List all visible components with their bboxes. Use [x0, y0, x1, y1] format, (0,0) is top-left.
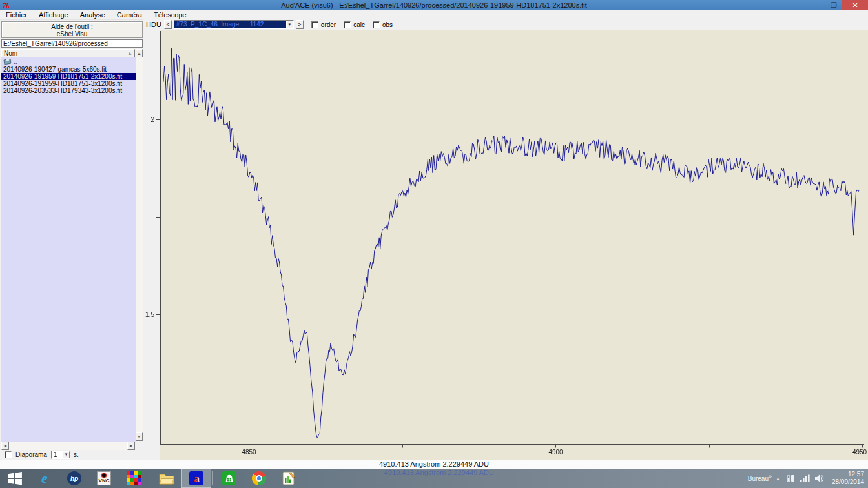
column-header-nom[interactable]: Nom ▲	[1, 49, 135, 57]
desktop-toolbar-label[interactable]: Bureau	[748, 475, 769, 482]
ghost-status-text: 4910.413 Angstrom 2.229449 ADU	[310, 469, 568, 476]
order-checkbox-label: order	[321, 21, 336, 28]
scroll-right-button[interactable]: ►	[127, 442, 135, 450]
hdu-prev-button[interactable]: <	[164, 20, 172, 29]
volume-icon[interactable]	[815, 474, 824, 482]
file-item[interactable]: 20140926-191959-HD181751-3x1200s.fit	[1, 80, 136, 87]
taskbar-clock[interactable]: 12:57 28/09/2014	[832, 471, 864, 486]
vertical-scrollbar-track[interactable]	[136, 57, 143, 432]
diaporama-delay-select[interactable]: 1 ▼	[51, 451, 70, 459]
start-button[interactable]	[0, 469, 30, 488]
close-button[interactable]: ✕	[842, 0, 868, 10]
obs-checkbox-label: obs	[382, 21, 393, 28]
menu-fichier[interactable]: Fichier	[0, 11, 33, 19]
calc-checkbox-label: calc	[353, 21, 365, 28]
toolbar-chevron-icon[interactable]: »	[769, 473, 772, 480]
scroll-up-button[interactable]: ▲	[136, 49, 143, 57]
scroll-down-button[interactable]: ▼	[136, 432, 143, 441]
audace-icon[interactable]: a	[181, 469, 211, 488]
spectrum-canvas[interactable]	[143, 30, 868, 460]
file-explorer-icon[interactable]	[152, 469, 181, 488]
taskbar-separator	[150, 471, 150, 485]
dropdown-arrow-icon[interactable]: ▼	[286, 21, 293, 28]
hdu-toolbar: HDU < #73 P_1C_46 Image 1142 ▼ > order c…	[143, 19, 868, 30]
tray-date: 28/09/2014	[832, 478, 864, 486]
photofiltre-icon[interactable]	[119, 469, 149, 488]
hdu-combobox[interactable]: #73 P_1C_46 Image 1142 ▼	[174, 20, 294, 29]
tool-help-box: Aide de l'outil : eShel Visu	[1, 21, 143, 38]
file-item[interactable]: 20140926-203533-HD179343-3x1200s.fit	[1, 87, 136, 94]
show-hidden-icons[interactable]: ▲	[776, 476, 780, 481]
chrome-icon[interactable]	[244, 469, 274, 488]
power-icon[interactable]	[787, 474, 795, 482]
menu-analyse[interactable]: Analyse	[74, 11, 111, 19]
file-item[interactable]: 20140926-190427-gamcas-5x60s.fit	[1, 66, 136, 73]
status-bar: 4910.413 Angstrom 2.229449 ADU	[0, 460, 868, 469]
obs-checkbox[interactable]	[373, 21, 380, 28]
sort-arrow-icon: ▲	[127, 50, 132, 57]
calc-checkbox[interactable]	[344, 21, 351, 28]
menu-camera[interactable]: Caméra	[111, 11, 148, 19]
current-path: E:/Eshel_TGarrel/140926/processed	[1, 39, 143, 48]
scrollbar-corner	[136, 442, 143, 450]
hdu-next-button[interactable]: >	[296, 20, 304, 29]
diaporama-checkbox[interactable]	[5, 451, 12, 458]
diaporama-row: Diaporama 1 ▼ s.	[1, 450, 143, 459]
menu-telescope[interactable]: Télescope	[148, 11, 192, 19]
tray-time: 12:57	[832, 471, 864, 478]
minimize-button[interactable]: –	[809, 0, 825, 10]
hdu-label: HDU	[146, 21, 161, 28]
file-item-selected[interactable]: 20140926-191959-HD181751-2x1200s.fit	[1, 73, 136, 80]
windows-logo-icon	[8, 472, 22, 485]
diaporama-suffix: s.	[74, 451, 79, 458]
diaporama-label: Diaporama	[16, 451, 47, 458]
disk-icon	[3, 59, 12, 65]
tool-help-line2: eShel Visu	[2, 30, 142, 37]
taskbar-separator	[212, 471, 213, 485]
menu-affichage[interactable]: Affichage	[33, 11, 74, 19]
title-bar: 7k Aud'ACE (visu6) - E:/Eshel_TGarrel/14…	[0, 0, 868, 10]
order-checkbox[interactable]	[311, 21, 318, 28]
vnc-viewer-icon[interactable]: VNC	[89, 469, 119, 488]
network-icon[interactable]	[800, 474, 810, 482]
menu-bar: Fichier Affichage Analyse Caméra Télesco…	[0, 10, 868, 20]
windows-store-icon[interactable]	[214, 469, 244, 488]
system-tray: Bureau » ▲ 12:57 28/09/2014	[748, 471, 868, 486]
window-title: Aud'ACE (visu6) - E:/Eshel_TGarrel/14092…	[0, 1, 868, 9]
parent-folder-item[interactable]: ..	[1, 57, 136, 66]
plot-editor-icon[interactable]	[274, 469, 304, 488]
dropdown-arrow-icon[interactable]: ▼	[63, 451, 70, 458]
hp-icon[interactable]: hp	[59, 469, 89, 488]
tool-help-line1: Aide de l'outil :	[2, 23, 142, 30]
maximize-button[interactable]: ❐	[825, 0, 842, 10]
file-list: .. 20140926-190427-gamcas-5x60s.fit 2014…	[1, 57, 136, 442]
hdu-selected-value: #73 P_1C_46 Image 1142	[174, 21, 286, 28]
horizontal-scrollbar-track[interactable]	[9, 442, 127, 450]
internet-explorer-icon[interactable]: e	[30, 469, 59, 488]
scroll-left-button[interactable]: ◄	[1, 442, 9, 450]
